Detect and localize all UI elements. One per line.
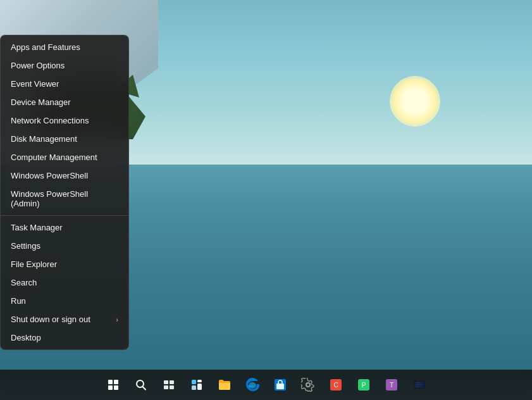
menu-item-search[interactable]: Search — [1, 273, 128, 292]
svg-rect-23 — [416, 384, 422, 385]
windows-logo-icon — [108, 380, 118, 390]
menu-item-apps-features[interactable]: Apps and Features — [1, 38, 128, 56]
app4-icon — [412, 378, 426, 392]
svg-line-1 — [142, 387, 145, 390]
menu-item-event-viewer[interactable]: Event Viewer — [1, 75, 128, 93]
menu-divider-1 — [1, 215, 128, 216]
taskbar-icon-group: C P T — [101, 372, 432, 397]
svg-rect-24 — [416, 386, 419, 387]
search-icon — [135, 378, 147, 391]
context-menu: Apps and Features Power Options Event Vi… — [0, 35, 129, 350]
sun-decoration — [390, 76, 440, 127]
svg-text:P: P — [361, 382, 366, 389]
menu-item-settings[interactable]: Settings — [1, 237, 128, 255]
svg-rect-6 — [192, 380, 196, 384]
svg-rect-3 — [170, 380, 174, 384]
app3-icon: T — [385, 378, 399, 392]
file-explorer-icon — [218, 378, 232, 392]
app2-icon: P — [357, 378, 371, 392]
svg-point-10 — [249, 382, 256, 389]
svg-point-13 — [306, 383, 310, 387]
svg-rect-12 — [276, 384, 284, 389]
menu-item-run[interactable]: Run — [1, 292, 128, 310]
menu-item-windows-powershell[interactable]: Windows PowerShell — [1, 166, 128, 185]
svg-text:C: C — [333, 382, 338, 389]
task-view-icon — [163, 378, 175, 391]
menu-item-power-options[interactable]: Power Options — [1, 56, 128, 75]
microsoft-store-button[interactable] — [268, 372, 293, 397]
widgets-button[interactable] — [184, 372, 209, 397]
microsoft-edge-button[interactable] — [240, 372, 265, 397]
store-icon — [273, 378, 287, 392]
start-button[interactable] — [101, 372, 126, 397]
svg-rect-7 — [192, 385, 196, 390]
menu-item-shutdown-sign-out[interactable]: Shut down or sign out › — [1, 310, 128, 328]
task-view-button[interactable] — [156, 372, 182, 397]
svg-rect-22 — [416, 382, 421, 384]
taskbar: C P T — [0, 370, 532, 400]
edge-icon — [245, 378, 259, 392]
app1-icon: C — [329, 378, 343, 392]
menu-item-task-manager[interactable]: Task Manager — [1, 218, 128, 237]
menu-item-network-connections[interactable]: Network Connections — [1, 111, 128, 130]
submenu-arrow-icon: › — [116, 316, 118, 323]
menu-item-disk-management[interactable]: Disk Management — [1, 130, 128, 148]
svg-rect-4 — [164, 385, 168, 389]
svg-rect-2 — [164, 380, 168, 384]
taskbar-app2[interactable]: P — [351, 372, 376, 397]
menu-item-computer-management[interactable]: Computer Management — [1, 148, 128, 166]
taskbar-app1[interactable]: C — [323, 372, 349, 397]
taskbar-app3[interactable]: T — [379, 372, 404, 397]
settings-icon — [301, 378, 315, 392]
svg-rect-8 — [197, 380, 202, 382]
menu-item-file-explorer[interactable]: File Explorer — [1, 255, 128, 273]
search-button[interactable] — [128, 372, 154, 397]
menu-item-windows-powershell-admin[interactable]: Windows PowerShell (Admin) — [1, 185, 128, 213]
svg-text:T: T — [389, 382, 393, 389]
widgets-icon — [190, 378, 203, 391]
svg-rect-5 — [170, 385, 174, 389]
taskbar-app4[interactable] — [407, 372, 432, 397]
menu-item-device-manager[interactable]: Device Manager — [1, 93, 128, 111]
svg-rect-9 — [197, 384, 202, 390]
settings-button[interactable] — [295, 372, 321, 397]
menu-item-desktop[interactable]: Desktop — [1, 328, 128, 347]
file-explorer-button[interactable] — [212, 372, 237, 397]
